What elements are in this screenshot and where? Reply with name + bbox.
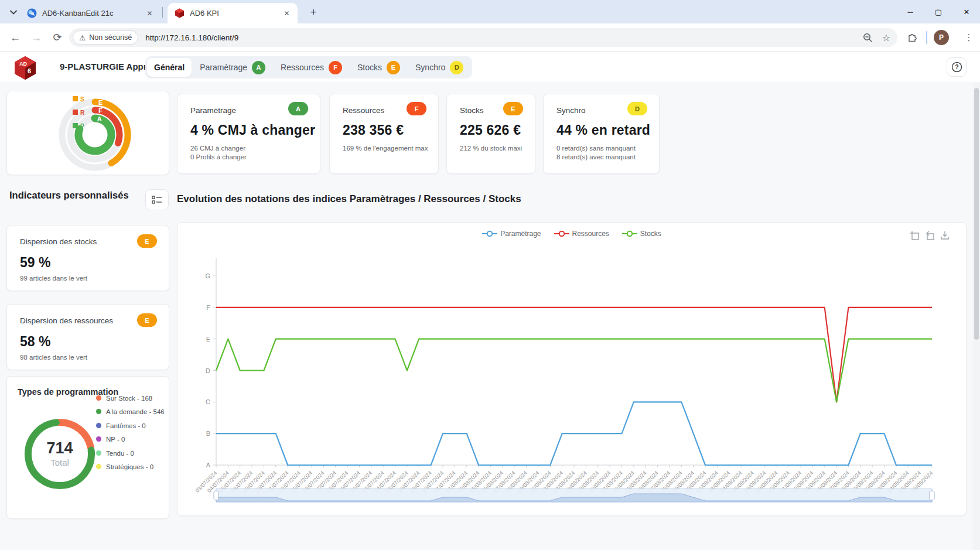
tab-label: Général	[154, 63, 185, 72]
tab-title: AD6 KPI	[190, 9, 277, 18]
page-scrollbar[interactable]	[973, 83, 980, 550]
kpi-subline: 0 Profils à changer	[190, 153, 247, 160]
zoom-out-icon[interactable]	[860, 30, 875, 45]
programming-types-donut-chart: 714Total	[15, 400, 103, 511]
tab-label: Paramètrage	[200, 63, 247, 72]
new-tab-button[interactable]: +	[306, 5, 321, 20]
evolution-line-chart: ABCDEFG03/07/202404/07/202405/07/202408/…	[177, 223, 966, 515]
svg-text:A: A	[97, 115, 102, 122]
donut-legend-item-Tendu[interactable]: Tendu - 0	[96, 449, 165, 457]
tab-label: Synchro	[415, 63, 445, 72]
address-bar[interactable]: ⚠ Non sécurisé http://172.16.1.180/clien…	[69, 28, 897, 47]
svg-text:Total: Total	[50, 457, 69, 467]
tab-general[interactable]: Général	[147, 58, 192, 77]
dispersion-ressources-card: Dispersion des ressources E 58 % 98 arti…	[6, 304, 169, 370]
kpi-value: 4 % CMJ à changer	[190, 122, 315, 138]
kpi-card-ressources: Ressources F 238 356 € 169 % de l'engage…	[329, 94, 439, 174]
svg-text:R: R	[80, 110, 85, 116]
tab-synchro[interactable]: Synchro D	[408, 58, 470, 77]
profile-avatar[interactable]: P	[934, 30, 949, 45]
datazoom-handle[interactable]	[930, 491, 934, 500]
kpi-value: 238 356 €	[343, 122, 404, 138]
warning-icon: ⚠	[79, 33, 86, 42]
svg-text:B: B	[206, 430, 210, 437]
browser-tab-kanbanedit[interactable]: AD6-KanbanEdit 21c ✕	[20, 3, 161, 23]
tab-ressources[interactable]: Ressources F	[274, 58, 349, 77]
ad6kpi-favicon	[175, 8, 185, 18]
svg-text:S: S	[80, 96, 84, 103]
window-close-button[interactable]: ✕	[953, 0, 980, 23]
datazoom-select-icon[interactable]	[910, 231, 919, 240]
grade-badge: E	[503, 102, 523, 115]
app-nav-tabs: Général Paramètrage A Ressources F Stock…	[145, 56, 472, 78]
window-maximize-button[interactable]: ▢	[925, 0, 952, 23]
grade-badge: E	[387, 61, 400, 74]
tab-label: Ressources	[281, 63, 324, 72]
tab-stocks[interactable]: Stocks E	[350, 58, 407, 77]
download-image-icon[interactable]	[940, 231, 950, 240]
svg-text:F: F	[98, 107, 103, 114]
grade-badge: F	[407, 102, 426, 115]
card-title: Dispersion des ressources	[20, 316, 113, 325]
grade-badge: E	[137, 234, 157, 248]
restore-zoom-icon[interactable]	[925, 231, 934, 240]
tab-label: Stocks	[357, 63, 382, 72]
indicators-settings-button[interactable]	[145, 189, 169, 210]
help-button[interactable]: ?	[947, 57, 967, 77]
site-security-chip[interactable]: ⚠ Non sécurisé	[73, 30, 138, 45]
grade-badge: A	[252, 61, 265, 74]
browser-toolbar: ← → ⟳ ⚠ Non sécurisé http://172.16.1.180…	[0, 23, 980, 52]
svg-text:AD: AD	[19, 61, 27, 67]
legend-item-Ressources[interactable]: Ressources	[554, 230, 609, 238]
evolution-chart-card: ParamètrageRessourcesStocks ABCDEFG03/07…	[177, 222, 967, 516]
donut-legend-item-Fantômes[interactable]: Fantômes - 0	[96, 422, 165, 430]
forward-icon[interactable]: →	[28, 29, 45, 46]
svg-text:D: D	[206, 367, 210, 374]
window-minimize-button[interactable]: ─	[897, 0, 924, 23]
ad6-logo: AD 6	[14, 56, 36, 80]
reload-icon[interactable]: ⟳	[49, 29, 66, 46]
svg-text:E: E	[98, 99, 103, 106]
tab-search-chevron-icon[interactable]	[6, 6, 21, 19]
svg-text:P: P	[80, 123, 84, 129]
legend-item-Stocks[interactable]: Stocks	[622, 230, 661, 238]
security-label: Non sécurisé	[89, 33, 132, 42]
svg-text:714: 714	[46, 439, 73, 457]
svg-text:G: G	[205, 272, 210, 279]
donut-legend-item-A la demande[interactable]: A la demande - 546	[96, 408, 165, 416]
kpi-card-synchro: Synchro D 44 % en retard 0 retard(s) san…	[543, 94, 660, 174]
close-tab-icon[interactable]: ✕	[145, 8, 155, 18]
svg-text:E: E	[206, 336, 210, 343]
donut-legend-item-Sur Stock[interactable]: Sur Stock - 168	[96, 394, 165, 402]
profile-separator	[926, 31, 927, 44]
legend-item-Paramètrage[interactable]: Paramètrage	[482, 230, 541, 238]
svg-text:?: ?	[955, 63, 958, 70]
y-axis-labels: ABCDEFG	[205, 272, 216, 469]
scrollbar-thumb[interactable]	[974, 88, 979, 340]
url-text[interactable]: http://172.16.1.180/client/9	[145, 33, 860, 42]
datazoom-handle[interactable]	[214, 491, 218, 500]
card-value: 58 %	[20, 334, 50, 350]
back-icon[interactable]: ←	[7, 29, 23, 46]
donut-legend-item-NP[interactable]: NP - 0	[96, 435, 165, 443]
browser-menu-icon[interactable]: ⋮	[962, 29, 976, 46]
tab-title: AD6-KanbanEdit 21c	[42, 9, 140, 18]
extensions-puzzle-icon[interactable]	[904, 29, 921, 46]
card-title: Dispersion des stocks	[20, 237, 97, 246]
programming-types-card: Types de programmation 714Total Sur Stoc…	[6, 376, 169, 519]
kpi-subline: 0 retard(s) sans manquant	[556, 145, 636, 152]
series-Paramètrage	[216, 402, 932, 465]
bookmark-star-icon[interactable]: ☆	[879, 30, 894, 45]
tab-parametrage[interactable]: Paramètrage A	[193, 58, 272, 77]
donut-legend-item-Stratégiques[interactable]: Stratégiques - 0	[96, 463, 165, 471]
client-name: 9-PLASTURGIE Appro	[60, 62, 152, 71]
browser-tab-ad6kpi[interactable]: AD6 KPI ✕	[168, 3, 298, 23]
kpi-value: 225 626 €	[460, 122, 521, 138]
kpi-title: Stocks	[460, 106, 484, 115]
grade-badge: D	[627, 102, 647, 115]
kpi-title: Synchro	[556, 106, 586, 115]
kpi-subline: 169 % de l'engagement max	[343, 145, 428, 152]
main-content: ESFRAP Paramètrage A 4 % CMJ à changer 2…	[0, 83, 980, 550]
close-tab-icon[interactable]: ✕	[282, 8, 292, 18]
browser-tab-strip: AD6-KanbanEdit 21c ✕ AD6 KPI ✕ + ─ ▢ ✕	[0, 0, 980, 23]
